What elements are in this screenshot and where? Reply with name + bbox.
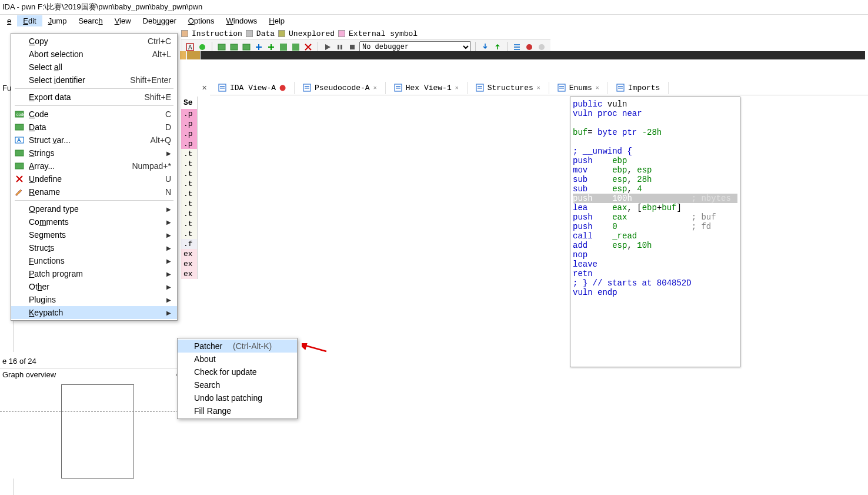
segment-row[interactable]: .t — [181, 149, 197, 159]
tab-close-icon[interactable]: ✕ — [537, 84, 540, 91]
keypatch-patcher[interactable]: Patcher (Ctrl-Alt-K) — [178, 340, 297, 353]
edit-menu-item[interactable]: Select identifierShift+Enter — [11, 74, 177, 87]
svg-rect-27 — [559, 88, 564, 89]
segment-row[interactable]: .p — [181, 139, 197, 149]
menu-gger[interactable]: Debugger — [137, 15, 182, 26]
editor-tabs: IDA View-A⬤Pseudocode-A✕Hex View-1✕Struc… — [210, 81, 868, 95]
struct-icon: A — [15, 135, 24, 145]
svg-text:A: A — [188, 44, 192, 51]
menu-ptions[interactable]: Options — [182, 15, 221, 26]
menu-iew[interactable]: View — [109, 15, 137, 26]
tab-icon — [394, 84, 402, 92]
legend-swatch — [181, 30, 188, 37]
segment-row[interactable]: .t — [181, 219, 197, 229]
tab-enums[interactable]: Enums✕ — [549, 82, 608, 94]
tab-ida-view-a[interactable]: IDA View-A⬤ — [210, 82, 295, 94]
menu-h[interactable]: Search — [72, 15, 108, 26]
keypatch-search[interactable]: Search — [178, 378, 297, 391]
segment-row[interactable]: .t — [181, 199, 197, 209]
segment-row[interactable]: .t — [181, 169, 197, 179]
tab-icon — [476, 84, 484, 92]
svg-rect-10 — [350, 45, 355, 49]
menu-ump[interactable]: Jump — [42, 15, 73, 26]
edit-menu-item[interactable]: CopyCtrl+C — [11, 35, 177, 48]
undef-icon — [15, 174, 24, 184]
segment-row[interactable]: .p — [181, 109, 197, 119]
edit-menu-item[interactable]: Patch program▶ — [11, 267, 177, 280]
segment-row[interactable]: ex — [181, 249, 197, 259]
tab-structures[interactable]: Structures✕ — [468, 82, 549, 94]
edit-menu-item[interactable]: Plugins▶ — [11, 293, 177, 306]
legend-label: Instruction — [192, 29, 242, 38]
segment-row[interactable]: .p — [181, 119, 197, 129]
segment-row[interactable]: .t — [181, 159, 197, 169]
tab-close-icon[interactable]: ✕ — [455, 84, 459, 91]
menu-e[interactable]: e — [1, 15, 17, 26]
edit-menu-item[interactable]: Export dataShift+E — [11, 91, 177, 104]
svg-rect-30 — [618, 88, 623, 89]
segment-row[interactable]: ex — [181, 269, 197, 279]
tab-pseudocode-a[interactable]: Pseudocode-A✕ — [295, 82, 386, 94]
edit-menu-item[interactable]: Other▶ — [11, 280, 177, 293]
svg-rect-18 — [305, 88, 309, 89]
svg-rect-9 — [340, 45, 342, 49]
functions-window-label: Fu — [0, 82, 11, 92]
menu-dit[interactable]: Edit — [17, 15, 42, 26]
keypatch-fill-range[interactable]: Fill Range — [178, 404, 297, 417]
svg-rect-15 — [220, 88, 225, 89]
tab-close-icon[interactable]: ⬤ — [279, 84, 286, 91]
tab-close-icon[interactable]: ✕ — [373, 84, 377, 91]
tab-label: Hex View-1 — [406, 84, 452, 92]
edit-menu-item[interactable]: codeCodeC — [11, 108, 177, 121]
disassembly-view[interactable]: public vuln vuln proc near buf= byte ptr… — [570, 97, 740, 367]
edit-menu-item[interactable]: Structs▶ — [11, 241, 177, 254]
segment-row[interactable]: .t — [181, 179, 197, 189]
edit-menu-item[interactable]: Array...Numpad+* — [11, 160, 177, 172]
edit-menu-item[interactable]: RenameN — [11, 185, 177, 198]
edit-menu-item[interactable]: Abort selectionAlt+L — [11, 48, 177, 61]
menubar: eEditJumpSearchViewDebuggerOptionsWindow… — [0, 14, 868, 27]
segment-row[interactable]: .t — [181, 229, 197, 239]
tab-label: Enums — [569, 84, 592, 92]
tab-close-icon[interactable]: ✕ — [198, 81, 210, 95]
svg-rect-14 — [220, 86, 225, 87]
tab-close-icon[interactable]: ✕ — [596, 84, 599, 91]
tab-label: IDA View-A — [230, 84, 276, 92]
edit-menu-item[interactable]: Select all — [11, 61, 177, 74]
tab-hex-view-1[interactable]: Hex View-1✕ — [386, 82, 468, 94]
segment-row[interactable]: .f — [181, 239, 197, 249]
edit-menu-item[interactable]: Segments▶ — [11, 228, 177, 241]
tab-imports[interactable]: Imports — [608, 82, 669, 94]
tab-icon — [303, 84, 311, 92]
svg-rect-36 — [15, 150, 24, 156]
divider-dashed — [0, 411, 181, 412]
svg-rect-21 — [396, 88, 400, 89]
edit-menu-item[interactable]: AStruct var...Alt+Q — [11, 134, 177, 147]
edit-menu-item[interactable]: Strings▶ — [11, 147, 177, 160]
svg-rect-23 — [478, 86, 482, 87]
edit-menu-item[interactable]: Keypatch▶ — [11, 306, 177, 319]
svg-rect-37 — [15, 163, 24, 169]
array-icon — [15, 161, 24, 171]
edit-menu-item[interactable]: Functions▶ — [11, 254, 177, 267]
menu-indows[interactable]: Windows — [221, 15, 263, 26]
graph-overview-header: Graph overview ▫ — [0, 368, 181, 381]
segment-row[interactable]: .t — [181, 209, 197, 219]
menu-elp[interactable]: Help — [263, 15, 291, 26]
keypatch-about[interactable]: About — [178, 353, 297, 366]
segment-row[interactable]: .p — [181, 129, 197, 139]
svg-rect-6 — [280, 44, 287, 51]
edit-menu-item[interactable]: Operand type▶ — [11, 202, 177, 215]
window-title: IDA - pwn F:\比赛\2019国赛\pwn\baby_pwn\baby… — [0, 0, 868, 14]
keypatch-undo-last-patching[interactable]: Undo last patching — [178, 391, 297, 404]
segment-row[interactable]: .t — [181, 189, 197, 199]
svg-text:A: A — [17, 137, 21, 143]
edit-menu-item[interactable]: UndefineU — [11, 172, 177, 185]
overview-bar[interactable] — [180, 51, 865, 60]
edit-menu-item[interactable]: DataD — [11, 121, 177, 134]
tab-icon — [557, 84, 566, 92]
keypatch-check-for-update[interactable]: Check for update — [178, 366, 297, 378]
segment-row[interactable]: ex — [181, 259, 197, 269]
edit-menu-item[interactable]: Comments▶ — [11, 215, 177, 228]
graph-overview-canvas[interactable] — [61, 384, 134, 479]
